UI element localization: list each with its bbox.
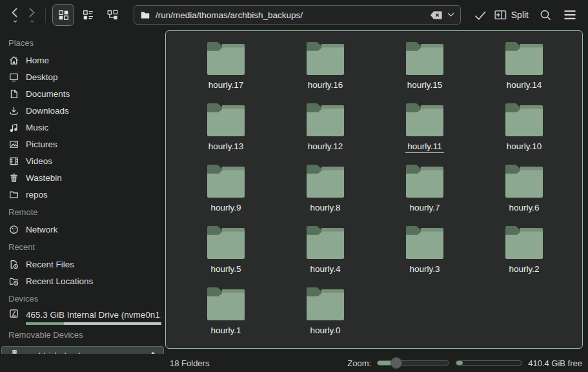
check-icon <box>473 9 487 21</box>
sidebar-item-label: Recent Locations <box>26 276 93 286</box>
clear-location-button[interactable] <box>430 11 442 19</box>
sidebar-item-internal-drive[interactable]: 465.3 GiB Internal Drive (nvme0n1… <box>0 307 165 326</box>
folder-icon <box>8 189 19 200</box>
folder-item[interactable]: hourly.17 <box>176 40 276 101</box>
sidebar-item-label: Desktop <box>26 72 58 82</box>
folder-label: hourly.1 <box>208 326 243 336</box>
folder-item[interactable]: hourly.3 <box>375 224 474 285</box>
folder-item[interactable]: hourly.12 <box>276 101 375 163</box>
tree-view-icon <box>107 10 118 21</box>
chevron-left-icon <box>8 6 21 24</box>
folder-label: hourly.8 <box>308 203 342 214</box>
sidebar-item-repos[interactable]: repos <box>0 186 165 203</box>
folder-item[interactable]: hourly.14 <box>474 40 574 101</box>
folder-label: hourly.15 <box>405 80 445 91</box>
folder-icon <box>503 163 545 199</box>
split-view-icon <box>494 10 507 20</box>
folder-item[interactable]: hourly.16 <box>276 40 375 101</box>
sidebar-item-network[interactable]: Network <box>0 221 165 238</box>
folder-icon <box>503 224 545 260</box>
status-bar: 18 Folders Zoom: 410.4 GiB free <box>0 354 588 372</box>
zoom-slider-track[interactable] <box>377 360 449 366</box>
desktop-icon <box>8 72 19 83</box>
folder-label: hourly.7 <box>407 203 441 214</box>
sidebar-item-recent-locations[interactable]: Recent Locations <box>0 273 165 289</box>
folder-item[interactable]: hourly.10 <box>474 101 574 163</box>
folder-icon <box>205 40 247 76</box>
file-manager-window: /run/media/thomas/archbish_backups/ <box>0 0 588 372</box>
document-icon <box>8 88 19 99</box>
location-bar[interactable]: /run/media/thomas/archbish_backups/ <box>134 5 461 25</box>
folder-item[interactable]: hourly.13 <box>176 101 276 163</box>
split-button-label: Split <box>511 10 529 20</box>
zoom-slider[interactable] <box>377 357 449 369</box>
search-button[interactable] <box>535 4 556 26</box>
sidebar-item-label: Recent Files <box>26 260 74 269</box>
location-path[interactable]: /run/media/thomas/archbish_backups/ <box>156 10 425 20</box>
zoom-label: Zoom: <box>347 358 371 368</box>
folder-item[interactable]: hourly.7 <box>375 163 474 224</box>
sidebar-item-videos[interactable]: Videos <box>0 152 165 169</box>
accept-location-button[interactable] <box>470 4 491 26</box>
sidebar-item-label: Pictures <box>26 140 57 149</box>
folder-item[interactable]: hourly.11 <box>375 101 474 163</box>
sidebar-item-label: Network <box>26 225 58 234</box>
folder-item[interactable]: hourly.8 <box>276 163 375 224</box>
picture-icon <box>8 139 19 150</box>
sidebar-item-label: Downloads <box>26 106 69 116</box>
sidebar-item-documents[interactable]: Documents <box>0 85 165 102</box>
split-button[interactable]: Split <box>494 10 529 20</box>
sidebar-item-music[interactable]: Music <box>0 119 165 136</box>
folder-icon <box>140 10 150 20</box>
music-note-icon <box>8 122 19 133</box>
sidebar-item-archbish-backups[interactable]: archbish_backups <box>1 346 164 354</box>
folder-icon <box>503 101 545 138</box>
folder-label: hourly.6 <box>507 203 541 214</box>
recent-files-icon <box>8 259 19 270</box>
remote-header: Remote <box>0 203 165 221</box>
folder-item[interactable]: hourly.9 <box>176 163 276 224</box>
details-view-button[interactable] <box>77 4 99 26</box>
chevron-right-icon <box>25 6 38 24</box>
recent-header: Recent <box>0 238 165 256</box>
folder-label: hourly.3 <box>407 264 441 275</box>
folder-item[interactable]: hourly.15 <box>375 40 474 101</box>
folder-icon <box>305 40 346 76</box>
folder-label: hourly.4 <box>308 264 342 275</box>
back-button[interactable] <box>6 4 23 26</box>
sidebar-item-wastebin[interactable]: Wastebin <box>0 169 165 186</box>
menu-button[interactable] <box>560 4 580 26</box>
toolbar: /run/media/thomas/archbish_backups/ <box>0 0 588 30</box>
drive-label: 465.3 GiB Internal Drive (nvme0n1… <box>26 310 161 320</box>
location-dropdown-button[interactable] <box>447 12 454 17</box>
internal-drive-usage-bar <box>26 322 161 325</box>
home-icon <box>8 55 19 66</box>
sidebar-item-downloads[interactable]: Downloads <box>0 102 165 119</box>
folder-icon <box>205 285 247 322</box>
folder-item[interactable]: hourly.0 <box>276 285 375 347</box>
tree-view-button[interactable] <box>101 4 123 26</box>
folder-item[interactable]: hourly.4 <box>276 224 375 285</box>
zoom-slider-handle[interactable] <box>390 357 402 369</box>
sidebar-item-label: Home <box>26 56 49 65</box>
folder-label: hourly.2 <box>507 264 541 275</box>
folder-label: hourly.12 <box>306 141 345 152</box>
sidebar-item-home[interactable]: Home <box>0 52 165 68</box>
download-icon <box>8 105 19 116</box>
icons-view-button[interactable] <box>52 4 74 26</box>
details-view-icon <box>83 10 94 21</box>
folder-item[interactable]: hourly.6 <box>474 163 574 224</box>
usb-drive-icon <box>9 349 20 354</box>
backspace-icon <box>430 11 442 19</box>
sidebar-item-desktop[interactable]: Desktop <box>0 68 165 85</box>
folder-icon <box>404 40 445 76</box>
places-header: Places <box>0 34 165 52</box>
folder-item[interactable]: hourly.1 <box>176 285 276 347</box>
sidebar-item-pictures[interactable]: Pictures <box>0 136 165 152</box>
sidebar-item-recent-files[interactable]: Recent Files <box>0 256 165 273</box>
forward-button[interactable] <box>23 4 40 26</box>
folder-icon <box>205 101 247 138</box>
folder-view[interactable]: hourly.17 hourly.16 <box>165 30 583 349</box>
folder-item[interactable]: hourly.2 <box>474 224 574 285</box>
folder-item[interactable]: hourly.5 <box>176 224 276 285</box>
